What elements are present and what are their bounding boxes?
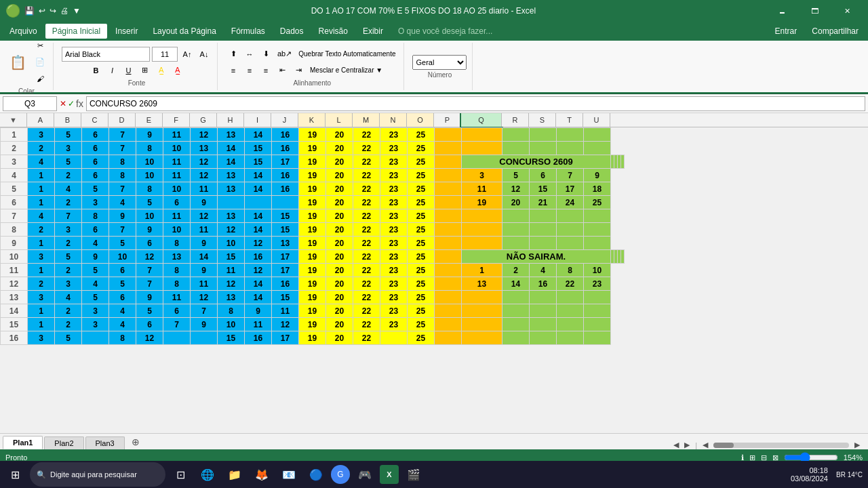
col-header-h[interactable]: H (217, 113, 244, 127)
table-cell[interactable]: 14 (245, 223, 272, 237)
wrap-text-button[interactable]: Quebrar Texto Automaticamente (296, 47, 398, 62)
increase-indent-button[interactable]: ⇥ (291, 63, 306, 78)
table-cell[interactable] (462, 237, 502, 250)
table-cell[interactable]: 19 (299, 142, 326, 155)
table-cell[interactable]: 19 (299, 223, 326, 237)
start-button[interactable]: ⊞ (3, 462, 27, 487)
table-cell[interactable]: 5 (82, 291, 109, 304)
table-cell[interactable]: 20 (326, 250, 353, 264)
table-cell[interactable]: 15 (245, 155, 272, 169)
table-cell[interactable]: 12 (191, 209, 218, 223)
table-cell[interactable]: 12 (191, 128, 218, 142)
table-cell[interactable]: 25 (408, 142, 435, 155)
table-cell[interactable]: 9 (82, 250, 109, 264)
scrollbar-right-button[interactable]: ▶ (854, 441, 860, 449)
table-cell[interactable]: 11 (163, 291, 191, 304)
table-cell[interactable]: 14 (218, 155, 245, 169)
table-cell[interactable]: 15 (272, 223, 299, 237)
table-cell[interactable]: 3 (82, 318, 109, 331)
table-cell[interactable]: 3 (462, 169, 502, 182)
table-cell[interactable]: 1 (28, 264, 55, 277)
number-format-select[interactable]: Geral (412, 55, 467, 70)
borders-button[interactable]: ⊞ (138, 63, 153, 78)
explorer-button[interactable]: 📁 (222, 462, 247, 487)
table-cell[interactable]: 13 (218, 169, 245, 182)
table-cell[interactable]: 10 (136, 209, 163, 223)
table-cell[interactable] (502, 128, 530, 142)
table-cell[interactable] (584, 331, 611, 345)
table-cell[interactable]: 22 (353, 169, 380, 182)
table-cell[interactable]: 25 (408, 318, 435, 331)
table-cell[interactable]: 3 (55, 223, 82, 237)
table-cell[interactable]: 25 (584, 196, 611, 209)
table-cell[interactable]: 9 (109, 209, 136, 223)
table-cell[interactable]: 9 (191, 264, 218, 277)
table-cell[interactable]: 5 (502, 169, 530, 182)
col-header-n[interactable]: N (380, 113, 407, 127)
table-cell[interactable]: 22 (353, 155, 380, 169)
table-cell[interactable]: 23 (380, 155, 408, 169)
table-cell[interactable] (621, 250, 625, 264)
cell-reference-input[interactable] (3, 96, 57, 111)
table-cell[interactable]: 19 (299, 182, 326, 196)
table-cell[interactable] (530, 223, 557, 237)
table-cell[interactable]: 1 (28, 237, 55, 250)
table-cell[interactable]: 16 (245, 250, 272, 264)
table-cell[interactable] (462, 304, 502, 318)
table-cell[interactable]: 20 (326, 304, 353, 318)
cut-button[interactable]: ✂ (33, 39, 47, 54)
table-cell[interactable]: 1 (28, 318, 55, 331)
table-cell[interactable]: 8 (163, 264, 191, 277)
table-cell[interactable]: 5 (55, 155, 82, 169)
table-cell[interactable] (435, 209, 462, 223)
table-cell[interactable]: 11 (191, 223, 218, 237)
table-cell[interactable]: 22 (353, 250, 380, 264)
table-cell[interactable]: 5 (55, 128, 82, 142)
table-cell[interactable]: 6 (82, 169, 109, 182)
table-cell[interactable]: 25 (408, 237, 435, 250)
col-header-o[interactable]: O (407, 113, 434, 127)
table-cell[interactable]: 19 (299, 264, 326, 277)
table-cell[interactable] (435, 264, 462, 277)
col-header-d[interactable]: D (108, 113, 136, 127)
align-middle-button[interactable]: ↔ (242, 47, 257, 62)
table-cell[interactable]: 5 (109, 277, 136, 291)
table-cell[interactable]: 11 (191, 277, 218, 291)
merge-center-button[interactable]: Mesclar e Centralizar ▼ (307, 63, 385, 78)
table-cell[interactable]: 13 (163, 250, 191, 264)
table-cell[interactable]: 6 (530, 169, 557, 182)
table-cell[interactable]: 10 (163, 142, 191, 155)
table-cell[interactable] (462, 142, 502, 155)
underline-button[interactable]: U (121, 63, 136, 78)
table-cell[interactable]: 16 (272, 142, 299, 155)
table-cell[interactable]: 12 (218, 277, 245, 291)
table-cell[interactable] (435, 304, 462, 318)
table-cell[interactable]: 2 (28, 142, 55, 155)
table-cell[interactable]: 23 (380, 250, 408, 264)
table-cell[interactable]: 10 (136, 169, 163, 182)
table-cell[interactable]: 6 (136, 237, 163, 250)
table-cell[interactable]: 4 (109, 304, 136, 318)
menu-entrar[interactable]: Entrar (768, 24, 804, 39)
table-cell[interactable]: 2 (55, 304, 82, 318)
table-cell[interactable]: 1 (28, 304, 55, 318)
table-cell[interactable]: 4 (28, 155, 55, 169)
table-cell[interactable]: 4 (82, 237, 109, 250)
table-cell[interactable]: 7 (55, 209, 82, 223)
table-cell[interactable]: 7 (163, 318, 191, 331)
table-cell[interactable]: 8 (82, 209, 109, 223)
table-cell[interactable]: 22 (353, 142, 380, 155)
font-color-button[interactable]: A̲ (170, 63, 185, 78)
table-cell[interactable]: 20 (326, 237, 353, 250)
table-cell[interactable]: 6 (163, 304, 191, 318)
table-cell[interactable]: 25 (408, 196, 435, 209)
table-cell[interactable] (435, 331, 462, 345)
table-cell[interactable]: 19 (299, 196, 326, 209)
table-cell[interactable]: 25 (408, 209, 435, 223)
insert-function-button[interactable]: fx (76, 98, 83, 109)
table-cell[interactable]: 6 (136, 318, 163, 331)
table-cell[interactable] (557, 237, 584, 250)
table-cell[interactable]: 16 (272, 169, 299, 182)
table-cell[interactable]: 19 (299, 169, 326, 182)
table-cell[interactable]: 7 (557, 169, 584, 182)
